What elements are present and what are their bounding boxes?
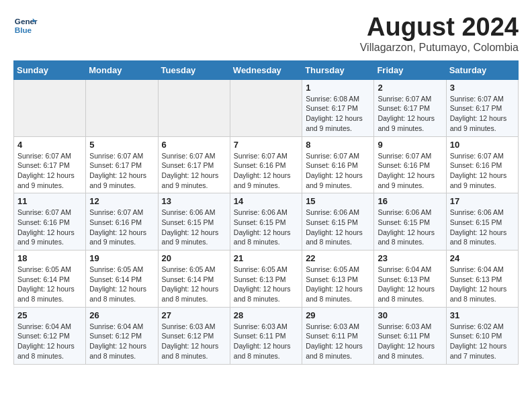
day-number: 30 [378, 310, 442, 320]
logo: General Blue [13, 13, 38, 38]
day-info: Sunrise: 6:07 AMSunset: 6:16 PMDaylight:… [17, 208, 82, 247]
title-area: August 2024 Villagarzon, Putumayo, Colom… [360, 13, 519, 54]
day-info: Sunrise: 6:03 AMSunset: 6:11 PMDaylight:… [378, 322, 442, 361]
day-number: 25 [17, 310, 82, 320]
day-number: 12 [89, 196, 154, 206]
calendar-cell: 11Sunrise: 6:07 AMSunset: 6:16 PMDayligh… [14, 193, 86, 250]
calendar-cell: 25Sunrise: 6:04 AMSunset: 6:12 PMDayligh… [14, 307, 86, 364]
calendar-cell [14, 79, 86, 136]
calendar-cell: 9Sunrise: 6:07 AMSunset: 6:16 PMDaylight… [374, 136, 446, 193]
calendar-cell: 12Sunrise: 6:07 AMSunset: 6:16 PMDayligh… [86, 193, 158, 250]
weekday-header-thursday: Thursday [302, 60, 374, 79]
day-number: 3 [450, 83, 515, 93]
day-info: Sunrise: 6:04 AMSunset: 6:13 PMDaylight:… [450, 265, 515, 304]
calendar-cell: 18Sunrise: 6:05 AMSunset: 6:14 PMDayligh… [14, 250, 86, 308]
day-number: 20 [162, 253, 226, 263]
day-info: Sunrise: 6:07 AMSunset: 6:17 PMDaylight:… [162, 151, 226, 191]
day-info: Sunrise: 6:07 AMSunset: 6:16 PMDaylight:… [89, 208, 154, 247]
page-header: General Blue August 2024 Villagarzon, Pu… [13, 13, 519, 54]
day-info: Sunrise: 6:07 AMSunset: 6:16 PMDaylight:… [234, 151, 298, 191]
weekday-header-tuesday: Tuesday [158, 60, 230, 79]
day-number: 24 [450, 253, 515, 263]
calendar-cell: 20Sunrise: 6:05 AMSunset: 6:14 PMDayligh… [158, 250, 230, 308]
page-title: August 2024 [360, 13, 519, 42]
day-info: Sunrise: 6:07 AMSunset: 6:16 PMDaylight:… [378, 151, 442, 191]
calendar-cell: 8Sunrise: 6:07 AMSunset: 6:16 PMDaylight… [302, 136, 374, 193]
calendar-cell [158, 79, 230, 136]
calendar-cell: 15Sunrise: 6:06 AMSunset: 6:15 PMDayligh… [302, 193, 374, 250]
day-number: 5 [89, 140, 154, 150]
day-number: 17 [450, 196, 515, 206]
calendar-cell: 29Sunrise: 6:03 AMSunset: 6:11 PMDayligh… [302, 307, 374, 364]
day-number: 9 [378, 140, 442, 150]
weekday-header-wednesday: Wednesday [230, 60, 302, 79]
day-number: 1 [306, 83, 370, 93]
calendar-cell [86, 79, 158, 136]
day-number: 16 [378, 196, 442, 206]
day-number: 15 [306, 196, 370, 206]
page-subtitle: Villagarzon, Putumayo, Colombia [360, 42, 519, 54]
logo-icon: General Blue [13, 13, 38, 38]
day-number: 21 [234, 253, 298, 263]
day-number: 28 [234, 310, 298, 320]
weekday-header-sunday: Sunday [14, 60, 86, 79]
calendar-cell: 31Sunrise: 6:02 AMSunset: 6:10 PMDayligh… [446, 307, 518, 364]
day-number: 22 [306, 253, 370, 263]
day-info: Sunrise: 6:04 AMSunset: 6:12 PMDaylight:… [17, 322, 82, 361]
calendar-week-1: 1Sunrise: 6:08 AMSunset: 6:17 PMDaylight… [14, 79, 519, 136]
day-info: Sunrise: 6:05 AMSunset: 6:14 PMDaylight:… [17, 265, 82, 304]
day-number: 26 [89, 310, 154, 320]
day-info: Sunrise: 6:06 AMSunset: 6:15 PMDaylight:… [162, 208, 226, 247]
calendar-cell: 17Sunrise: 6:06 AMSunset: 6:15 PMDayligh… [446, 193, 518, 250]
day-info: Sunrise: 6:02 AMSunset: 6:10 PMDaylight:… [450, 322, 515, 361]
day-info: Sunrise: 6:07 AMSunset: 6:16 PMDaylight:… [450, 151, 515, 191]
day-number: 31 [450, 310, 515, 320]
day-info: Sunrise: 6:06 AMSunset: 6:15 PMDaylight:… [306, 208, 370, 247]
day-number: 8 [306, 140, 370, 150]
day-info: Sunrise: 6:04 AMSunset: 6:12 PMDaylight:… [89, 322, 154, 361]
calendar-cell: 24Sunrise: 6:04 AMSunset: 6:13 PMDayligh… [446, 250, 518, 308]
calendar-cell: 14Sunrise: 6:06 AMSunset: 6:15 PMDayligh… [230, 193, 302, 250]
svg-text:Blue: Blue [15, 26, 32, 34]
calendar-cell: 1Sunrise: 6:08 AMSunset: 6:17 PMDaylight… [302, 79, 374, 136]
calendar-cell: 26Sunrise: 6:04 AMSunset: 6:12 PMDayligh… [86, 307, 158, 364]
calendar-cell: 23Sunrise: 6:04 AMSunset: 6:13 PMDayligh… [374, 250, 446, 308]
day-info: Sunrise: 6:05 AMSunset: 6:13 PMDaylight:… [306, 265, 370, 304]
calendar-cell: 21Sunrise: 6:05 AMSunset: 6:13 PMDayligh… [230, 250, 302, 308]
day-info: Sunrise: 6:06 AMSunset: 6:15 PMDaylight:… [234, 208, 298, 247]
day-number: 19 [89, 253, 154, 263]
day-number: 6 [162, 140, 226, 150]
calendar-week-5: 25Sunrise: 6:04 AMSunset: 6:12 PMDayligh… [14, 307, 519, 364]
day-info: Sunrise: 6:03 AMSunset: 6:12 PMDaylight:… [162, 322, 226, 361]
day-info: Sunrise: 6:06 AMSunset: 6:15 PMDaylight:… [450, 208, 515, 247]
day-info: Sunrise: 6:05 AMSunset: 6:14 PMDaylight:… [89, 265, 154, 304]
day-info: Sunrise: 6:03 AMSunset: 6:11 PMDaylight:… [306, 322, 370, 361]
day-number: 7 [234, 140, 298, 150]
calendar-cell: 4Sunrise: 6:07 AMSunset: 6:17 PMDaylight… [14, 136, 86, 193]
day-info: Sunrise: 6:04 AMSunset: 6:13 PMDaylight:… [378, 265, 442, 304]
day-number: 2 [378, 83, 442, 93]
day-info: Sunrise: 6:07 AMSunset: 6:17 PMDaylight:… [89, 151, 154, 191]
day-number: 14 [234, 196, 298, 206]
day-number: 13 [162, 196, 226, 206]
calendar-week-3: 11Sunrise: 6:07 AMSunset: 6:16 PMDayligh… [14, 193, 519, 250]
day-number: 18 [17, 253, 82, 263]
calendar-week-2: 4Sunrise: 6:07 AMSunset: 6:17 PMDaylight… [14, 136, 519, 193]
weekday-header-row: SundayMondayTuesdayWednesdayThursdayFrid… [14, 60, 519, 79]
weekday-header-friday: Friday [374, 60, 446, 79]
calendar-week-4: 18Sunrise: 6:05 AMSunset: 6:14 PMDayligh… [14, 250, 519, 308]
calendar-cell [230, 79, 302, 136]
calendar-cell: 2Sunrise: 6:07 AMSunset: 6:17 PMDaylight… [374, 79, 446, 136]
calendar-cell: 22Sunrise: 6:05 AMSunset: 6:13 PMDayligh… [302, 250, 374, 308]
day-number: 29 [306, 310, 370, 320]
weekday-header-monday: Monday [86, 60, 158, 79]
calendar-cell: 16Sunrise: 6:06 AMSunset: 6:15 PMDayligh… [374, 193, 446, 250]
day-info: Sunrise: 6:05 AMSunset: 6:13 PMDaylight:… [234, 265, 298, 304]
day-info: Sunrise: 6:07 AMSunset: 6:17 PMDaylight:… [450, 94, 515, 134]
calendar-cell: 30Sunrise: 6:03 AMSunset: 6:11 PMDayligh… [374, 307, 446, 364]
day-info: Sunrise: 6:07 AMSunset: 6:17 PMDaylight:… [378, 94, 442, 134]
calendar-cell: 27Sunrise: 6:03 AMSunset: 6:12 PMDayligh… [158, 307, 230, 364]
day-number: 11 [17, 196, 82, 206]
calendar-cell: 6Sunrise: 6:07 AMSunset: 6:17 PMDaylight… [158, 136, 230, 193]
calendar-cell: 13Sunrise: 6:06 AMSunset: 6:15 PMDayligh… [158, 193, 230, 250]
